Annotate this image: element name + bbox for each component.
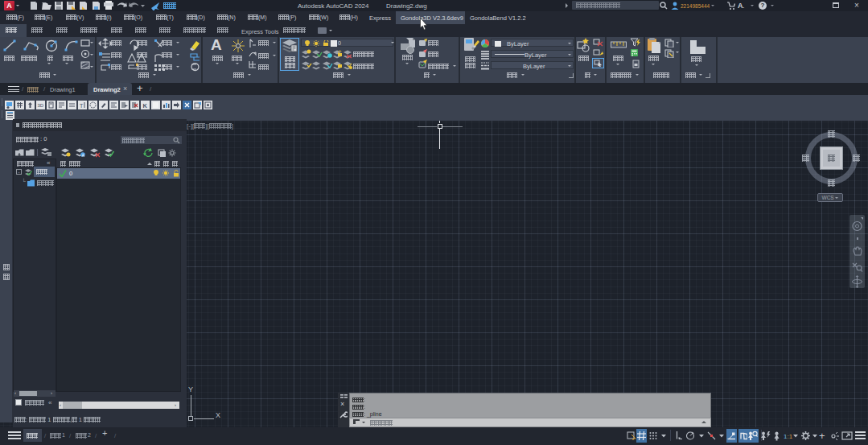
svg-text:T: T [80, 103, 84, 109]
svg-text:3D: 3D [38, 103, 44, 108]
svg-text:K: K [143, 102, 148, 109]
